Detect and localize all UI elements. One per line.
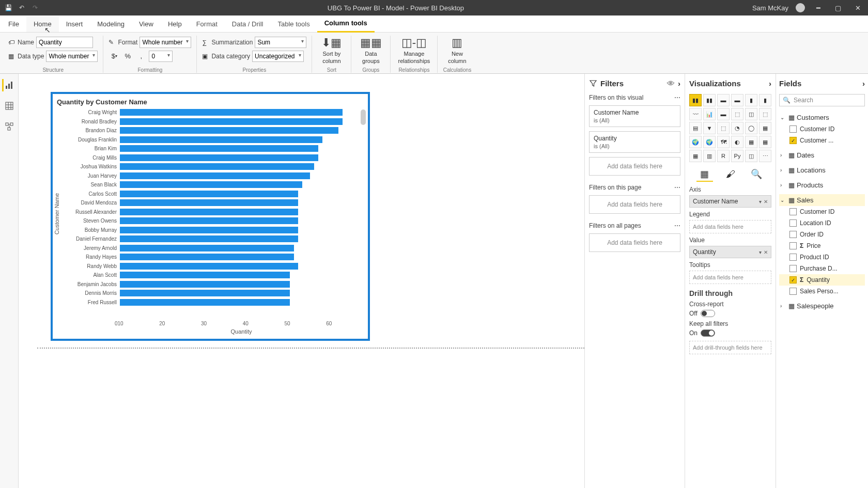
bar-row[interactable]: Steven Owens bbox=[61, 216, 363, 226]
datacategory-select[interactable] bbox=[252, 51, 304, 62]
tooltips-drop[interactable]: Add data fields here bbox=[689, 271, 771, 284]
field-table-sales[interactable]: ⌄▦Sales bbox=[779, 194, 865, 206]
model-view-icon[interactable] bbox=[3, 120, 16, 133]
datagroups-button[interactable]: ▦▦ Data groups bbox=[357, 36, 385, 65]
data-view-icon[interactable] bbox=[3, 100, 16, 112]
bar-row[interactable]: Craig Mills bbox=[61, 153, 363, 163]
field-customer-id[interactable]: Customer ID bbox=[779, 206, 865, 217]
avatar[interactable] bbox=[796, 3, 805, 12]
more-icon[interactable]: ⋯ bbox=[674, 222, 680, 229]
field-sales-perso-[interactable]: Sales Perso... bbox=[779, 286, 865, 297]
menu-insert[interactable]: Insert bbox=[59, 16, 90, 32]
more-icon[interactable]: ⋯ bbox=[674, 184, 680, 191]
chevron-down-icon[interactable]: ▾ bbox=[759, 199, 762, 204]
checkbox[interactable] bbox=[789, 242, 797, 249]
field-table-locations[interactable]: ›▦Locations bbox=[779, 164, 865, 176]
bar-row[interactable]: Juan Harvey bbox=[61, 171, 363, 181]
bar-row[interactable]: Brandon Diaz bbox=[61, 126, 363, 135]
newcolumn-button[interactable]: ▥ New column bbox=[443, 36, 471, 65]
menu-file[interactable]: File bbox=[1, 16, 26, 32]
search-input[interactable]: 🔍 Search bbox=[779, 94, 865, 106]
checkbox[interactable] bbox=[789, 125, 797, 133]
checkbox[interactable] bbox=[789, 219, 797, 227]
viz-type-25[interactable]: ▥ bbox=[703, 150, 716, 162]
maximize-icon[interactable]: ▢ bbox=[832, 2, 844, 14]
bar-row[interactable]: Randy Hayes bbox=[61, 253, 363, 262]
bar-row[interactable]: Ronald Bradley bbox=[61, 117, 363, 127]
bar-row[interactable]: Randy Webb bbox=[61, 262, 363, 271]
remove-icon[interactable]: ✕ bbox=[764, 249, 768, 255]
viz-type-27[interactable]: Py bbox=[731, 150, 743, 162]
add-all-filter[interactable]: Add data fields here bbox=[589, 233, 680, 252]
bar-row[interactable]: Dennis Morris bbox=[61, 289, 363, 298]
viz-type-14[interactable]: ⬚ bbox=[717, 122, 730, 134]
viz-type-18[interactable]: 🌍 bbox=[689, 136, 702, 148]
checkbox[interactable] bbox=[789, 265, 797, 272]
viz-type-6[interactable]: 〰 bbox=[689, 108, 702, 120]
collapse-viz-icon[interactable]: › bbox=[769, 79, 771, 88]
undo-icon[interactable]: ↶ bbox=[18, 4, 26, 12]
add-visual-filter[interactable]: Add data fields here bbox=[589, 157, 680, 176]
collapse-filters-icon[interactable]: › bbox=[678, 79, 680, 88]
viz-type-29[interactable]: ⋯ bbox=[759, 150, 771, 162]
bar-row[interactable]: Carlos Scott bbox=[61, 190, 363, 199]
viz-type-20[interactable]: 🗺 bbox=[717, 136, 730, 148]
viz-type-8[interactable]: ▬ bbox=[717, 108, 730, 120]
percent-button[interactable]: % bbox=[122, 51, 133, 62]
format-select[interactable] bbox=[140, 37, 191, 48]
add-page-filter[interactable]: Add data fields here bbox=[589, 195, 680, 214]
viz-type-13[interactable]: ▼ bbox=[703, 122, 716, 134]
bar-row[interactable]: Bobby Murray bbox=[61, 226, 363, 235]
fields-tab-icon[interactable]: ▦ bbox=[696, 167, 713, 182]
viz-type-21[interactable]: ◐ bbox=[731, 136, 743, 148]
chart-scrollbar[interactable] bbox=[361, 109, 366, 125]
datatype-select[interactable] bbox=[46, 51, 98, 62]
bar-row[interactable]: Benjamin Jacobs bbox=[61, 280, 363, 289]
bar-row[interactable]: Craig Wright bbox=[61, 108, 363, 117]
keepfilters-toggle[interactable]: On bbox=[689, 329, 771, 337]
checkbox[interactable]: ✓ bbox=[789, 137, 797, 144]
viz-type-1[interactable]: ▮▮ bbox=[703, 94, 716, 106]
field-table-customers[interactable]: ⌄▦Customers bbox=[779, 112, 865, 123]
viz-type-28[interactable]: ◫ bbox=[745, 150, 757, 162]
drillthrough-drop[interactable]: Add drill-through fields here bbox=[689, 341, 771, 354]
viz-type-7[interactable]: 📊 bbox=[703, 108, 716, 120]
name-input[interactable] bbox=[36, 37, 93, 48]
user-name[interactable]: Sam McKay bbox=[752, 4, 788, 12]
bar-row[interactable]: Fred Russell bbox=[61, 298, 363, 307]
filter-card[interactable]: Quantityis (All) bbox=[589, 131, 680, 153]
checkbox[interactable] bbox=[789, 231, 797, 238]
summarization-select[interactable] bbox=[255, 37, 306, 48]
viz-type-5[interactable]: ▮ bbox=[759, 94, 771, 106]
field-quantity[interactable]: ✓ΣQuantity bbox=[779, 274, 865, 286]
save-icon[interactable]: 💾 bbox=[4, 4, 12, 12]
field-customer-[interactable]: ✓Customer ... bbox=[779, 135, 865, 146]
axis-field[interactable]: Customer Name ▾✕ bbox=[689, 195, 771, 208]
bar-row[interactable]: Sean Black bbox=[61, 180, 363, 190]
bar-row[interactable]: Douglas Franklin bbox=[61, 135, 363, 145]
viz-type-15[interactable]: ◔ bbox=[731, 122, 743, 134]
menu-table-tools[interactable]: Table tools bbox=[270, 16, 317, 32]
field-table-dates[interactable]: ›▦Dates bbox=[779, 149, 865, 161]
field-table-salespeople[interactable]: ›▦Salespeople bbox=[779, 300, 865, 312]
menu-help[interactable]: Help bbox=[161, 16, 189, 32]
viz-type-3[interactable]: ▬ bbox=[731, 94, 743, 106]
analytics-tab-icon[interactable]: 🔍 bbox=[748, 167, 765, 182]
redo-icon[interactable]: ↷ bbox=[31, 4, 39, 12]
viz-type-19[interactable]: 🌍 bbox=[703, 136, 716, 148]
viz-type-11[interactable]: ⬚ bbox=[759, 108, 771, 120]
bar-row[interactable]: Alan Scott bbox=[61, 271, 363, 280]
bar-chart-visual[interactable]: Quantity by Customer Name Customer Name … bbox=[51, 92, 370, 341]
viz-type-24[interactable]: ▦ bbox=[689, 150, 702, 162]
collapse-fields-icon[interactable]: › bbox=[862, 79, 865, 88]
field-product-id[interactable]: Product ID bbox=[779, 251, 865, 263]
relationships-button[interactable]: ◫-◫ Manage relationships bbox=[396, 36, 432, 65]
viz-type-23[interactable]: ▦ bbox=[759, 136, 771, 148]
viz-type-0[interactable]: ▮▮ bbox=[689, 94, 702, 106]
report-canvas[interactable]: Quantity by Customer Name Customer Name … bbox=[19, 74, 585, 488]
menu-data-drill[interactable]: Data / Drill bbox=[225, 16, 271, 32]
viz-type-9[interactable]: ⬚ bbox=[731, 108, 743, 120]
bar-row[interactable]: Brian Kim bbox=[61, 144, 363, 153]
remove-icon[interactable]: ✕ bbox=[764, 199, 768, 204]
field-customer-id[interactable]: Customer ID bbox=[779, 123, 865, 135]
